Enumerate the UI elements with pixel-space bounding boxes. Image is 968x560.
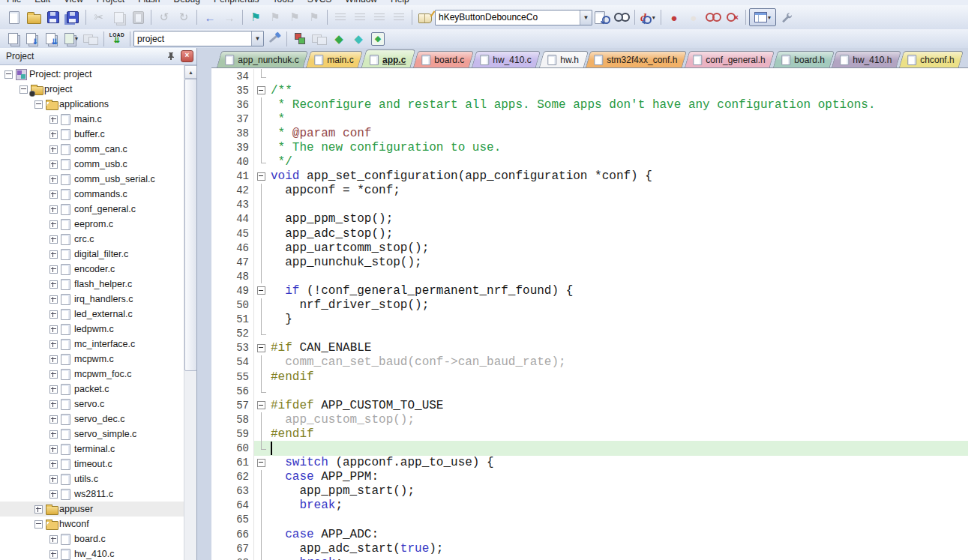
cut-button[interactable]: ✂ xyxy=(89,8,109,26)
navigate-back-button[interactable]: ← xyxy=(200,8,220,26)
tree-item-ws2811-c[interactable]: ws2811.c xyxy=(0,487,184,502)
code-line-48[interactable]: 48 xyxy=(211,269,968,283)
code-line-51[interactable]: 51 } xyxy=(211,313,968,327)
tree-item-servo-simple-c[interactable]: servo_simple.c xyxy=(0,427,184,442)
manage-rte-button[interactable] xyxy=(290,31,310,46)
expand-icon[interactable] xyxy=(49,190,58,199)
expand-icon[interactable] xyxy=(49,550,58,559)
configure-button[interactable] xyxy=(776,8,796,26)
expand-icon[interactable] xyxy=(49,175,58,184)
tab-hw-410-c[interactable]: hw_410.c xyxy=(472,51,541,67)
expand-icon[interactable] xyxy=(49,325,58,334)
tree-item-packet-c[interactable]: packet.c xyxy=(0,382,184,397)
code-line-37[interactable]: 37 * xyxy=(211,112,968,126)
expand-icon[interactable] xyxy=(49,160,58,169)
expand-icon[interactable] xyxy=(49,265,58,274)
menu-view[interactable]: View xyxy=(57,0,90,4)
tree-item-comm-usb-c[interactable]: comm_usb.c xyxy=(0,157,184,172)
tab-main-c[interactable]: main.c xyxy=(306,51,364,67)
expand-icon[interactable] xyxy=(49,280,58,289)
tree-scrollbar[interactable]: ▲ xyxy=(184,65,196,560)
tree-item-led-external-c[interactable]: led_external.c xyxy=(0,307,184,322)
code-line-68[interactable]: 68 break; xyxy=(211,556,968,560)
tree-item-applications[interactable]: applications xyxy=(0,97,184,112)
scrollbar-up-arrow[interactable]: ▲ xyxy=(184,65,196,79)
breakpoint-insert-button[interactable]: ● xyxy=(664,8,684,26)
code-line-58[interactable]: 58 app_custom_stop(); xyxy=(211,412,968,427)
code-line-45[interactable]: 45 app_adc_stop(); xyxy=(211,226,968,241)
expand-icon[interactable] xyxy=(49,370,58,379)
find-in-files-button[interactable] xyxy=(592,8,612,26)
menu-peripherals[interactable]: Peripherals xyxy=(207,0,266,4)
batch-build-button[interactable]: ▾ xyxy=(61,31,81,46)
tree-item-mc-interface-c[interactable]: mc_interface.c xyxy=(0,337,184,352)
expand-icon[interactable] xyxy=(49,250,58,259)
new-file-button[interactable] xyxy=(4,8,24,26)
window-layout-button[interactable]: ▾ xyxy=(749,8,776,26)
tab-conf-general-h[interactable]: conf_general.h xyxy=(685,51,775,67)
code-line-64[interactable]: 64 break; xyxy=(211,499,968,513)
tree-item-flash-helper-c[interactable]: flash_helper.c xyxy=(0,277,184,292)
tab-stm32f4xx-conf-h[interactable]: stm32f4xx_conf.h xyxy=(586,51,687,67)
code-line-43[interactable]: 43 xyxy=(211,198,968,212)
search-dropdown-arrow-icon[interactable]: ▼ xyxy=(580,10,592,25)
code-line-49[interactable]: 49 if (!conf_general_permanent_nrf_found… xyxy=(211,283,968,298)
close-panel-button[interactable]: × xyxy=(181,50,193,62)
expand-icon[interactable] xyxy=(34,505,43,514)
manage-items-button[interactable]: ◆ xyxy=(368,31,388,46)
menu-debug[interactable]: Debug xyxy=(167,0,207,4)
tree-item-irq-handlers-c[interactable]: irq_handlers.c xyxy=(0,292,184,307)
tree-item-mcpwm-c[interactable]: mcpwm.c xyxy=(0,352,184,367)
collapse-icon[interactable] xyxy=(4,70,13,79)
manage-components-button[interactable] xyxy=(310,31,329,46)
code-line-50[interactable]: 50 nrf_driver_stop(); xyxy=(211,298,968,313)
tab-chconf-h[interactable]: chconf.h xyxy=(899,51,964,67)
code-line-59[interactable]: 59#endif xyxy=(211,427,968,441)
code-line-42[interactable]: 42 appconf = *conf; xyxy=(211,184,968,198)
copy-button[interactable] xyxy=(109,8,128,26)
expand-icon[interactable] xyxy=(49,535,58,544)
tree-item-project-project[interactable]: Project: project xyxy=(0,67,184,82)
tree-item-comm-usb-serial-c[interactable]: comm_usb_serial.c xyxy=(0,172,184,187)
fold-collapse-icon[interactable] xyxy=(254,398,271,412)
expand-icon[interactable] xyxy=(49,340,58,349)
code-line-66[interactable]: 66 case APP_ADC: xyxy=(211,527,968,541)
code-line-54[interactable]: 54 comm_can_set_baud(conf->can_baud_rate… xyxy=(211,355,968,370)
expand-icon[interactable] xyxy=(49,235,58,244)
build-button[interactable]: ⇓ xyxy=(22,31,42,46)
tree-item-main-c[interactable]: main.c xyxy=(0,112,184,127)
expand-icon[interactable] xyxy=(49,415,58,424)
code-line-39[interactable]: 39 * The new configuration to use. xyxy=(211,140,968,154)
pack-installer-button[interactable]: ◆ xyxy=(349,31,368,46)
tree-item-encoder-c[interactable]: encoder.c xyxy=(0,262,184,277)
paste-button[interactable] xyxy=(128,8,148,26)
tree-item-mcpwm-foc-c[interactable]: mcpwm_foc.c xyxy=(0,367,184,382)
expand-icon[interactable] xyxy=(49,295,58,304)
tree-item-appuser[interactable]: appuser xyxy=(0,502,184,517)
expand-icon[interactable] xyxy=(49,490,58,499)
code-line-53[interactable]: 53#if CAN_ENABLE xyxy=(211,341,968,355)
expand-icon[interactable] xyxy=(49,475,58,484)
tree-item-eeprom-c[interactable]: eeprom.c xyxy=(0,217,184,232)
tree-item-servo-c[interactable]: servo.c xyxy=(0,397,184,412)
code-line-38[interactable]: 38 * @param conf xyxy=(211,126,968,140)
comment-button[interactable] xyxy=(370,8,389,26)
load-button[interactable]: LOAD⇊ xyxy=(107,31,127,46)
code-line-56[interactable]: 56 xyxy=(211,384,968,398)
code-line-62[interactable]: 62 case APP_PPM: xyxy=(211,470,968,484)
expand-icon[interactable] xyxy=(49,355,58,364)
bookmark-toggle-button[interactable]: ⚑ xyxy=(246,8,265,26)
bookmark-clear-button[interactable]: ⚑ xyxy=(304,8,324,26)
search-combobox[interactable]: ▼ xyxy=(435,10,592,25)
fold-collapse-icon[interactable] xyxy=(254,83,271,97)
expand-icon[interactable] xyxy=(49,220,58,229)
menu-help[interactable]: Help xyxy=(384,0,416,4)
menu-flash[interactable]: Flash xyxy=(131,0,166,4)
code-line-47[interactable]: 47 app_nunchuk_stop(); xyxy=(211,255,968,269)
expand-icon[interactable] xyxy=(49,385,58,394)
indent-button[interactable] xyxy=(331,8,350,26)
tab-board-h[interactable]: board.h xyxy=(773,51,835,67)
collapse-icon[interactable] xyxy=(34,100,43,109)
fold-collapse-icon[interactable] xyxy=(254,341,271,355)
code-editor[interactable]: 3435/**36 * Reconfigure and restart all … xyxy=(211,67,968,560)
